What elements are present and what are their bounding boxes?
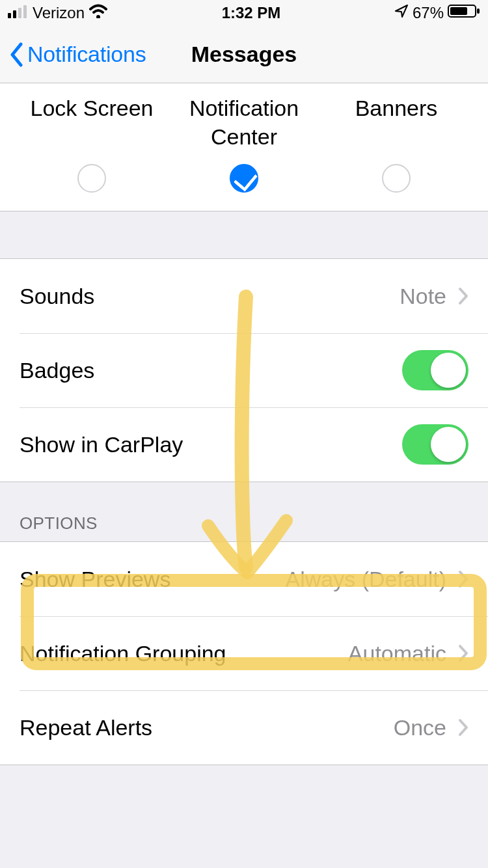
carplay-toggle[interactable] <box>402 424 468 465</box>
notification-grouping-label: Notification Grouping <box>20 641 348 666</box>
svg-rect-3 <box>23 5 27 18</box>
show-previews-label: Show Previews <box>20 567 285 592</box>
back-label: Notifications <box>27 42 146 67</box>
signal-bars-icon <box>8 4 29 22</box>
repeat-alerts-value: Once <box>394 715 446 740</box>
alert-style-labels: Lock Screen Notification Center Banners <box>0 83 488 159</box>
notification-grouping-row[interactable]: Notification Grouping Automatic <box>0 616 488 690</box>
svg-rect-6 <box>477 8 480 14</box>
battery-pct: 67% <box>413 4 444 22</box>
badges-row[interactable]: Badges <box>0 333 488 407</box>
svg-rect-5 <box>450 7 467 15</box>
back-button[interactable]: Notifications <box>9 42 146 67</box>
alert-style-lock-screen-label: Lock Screen <box>16 94 168 122</box>
show-previews-row[interactable]: Show Previews Always (Default) <box>0 542 488 616</box>
chevron-right-icon <box>458 644 468 662</box>
carrier-label: Verizon <box>33 4 85 22</box>
svg-rect-1 <box>13 10 16 18</box>
badges-toggle[interactable] <box>402 350 468 390</box>
alert-styles-section: Lock Screen Notification Center Banners <box>0 83 488 211</box>
location-icon <box>394 4 409 22</box>
chevron-left-icon <box>9 42 23 67</box>
notification-grouping-value: Automatic <box>348 641 446 666</box>
chevron-right-icon <box>458 718 468 737</box>
sounds-value: Note <box>400 284 446 309</box>
badges-label: Badges <box>20 358 402 383</box>
battery-icon <box>448 4 480 22</box>
alert-style-notification-center-radio[interactable] <box>230 164 258 193</box>
sounds-row[interactable]: Sounds Note <box>0 259 488 333</box>
alert-style-radios <box>0 159 488 211</box>
alert-style-banners-radio[interactable] <box>382 164 411 193</box>
repeat-alerts-row[interactable]: Repeat Alerts Once <box>0 690 488 765</box>
carplay-row[interactable]: Show in CarPlay <box>0 407 488 481</box>
carplay-label: Show in CarPlay <box>20 432 402 457</box>
show-previews-value: Always (Default) <box>285 567 446 592</box>
nav-bar: Notifications Messages <box>0 26 488 83</box>
status-right: 67% <box>394 4 480 22</box>
chevron-right-icon <box>458 287 468 305</box>
status-bar: Verizon 1:32 PM 67% <box>0 0 488 26</box>
svg-rect-0 <box>8 13 11 18</box>
alert-style-lock-screen-radio[interactable] <box>77 164 106 193</box>
svg-rect-2 <box>18 8 21 18</box>
alert-style-banners-label: Banners <box>320 94 472 122</box>
chevron-right-icon <box>458 570 468 588</box>
status-time: 1:32 PM <box>222 4 281 22</box>
options-header: OPTIONS <box>0 482 488 541</box>
alert-style-notification-center-label: Notification Center <box>168 94 320 151</box>
status-left: Verizon <box>8 4 108 22</box>
section-gap <box>0 211 488 258</box>
repeat-alerts-label: Repeat Alerts <box>20 715 394 740</box>
settings-group-1: Sounds Note Badges Show in CarPlay <box>0 258 488 482</box>
sounds-label: Sounds <box>20 284 400 309</box>
wifi-icon <box>88 4 108 22</box>
options-group: Show Previews Always (Default) Notificat… <box>0 541 488 765</box>
